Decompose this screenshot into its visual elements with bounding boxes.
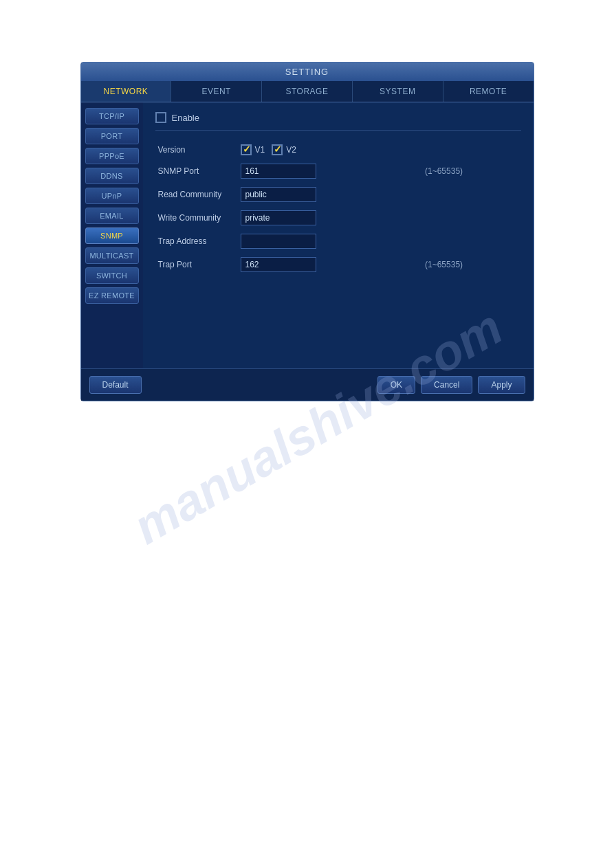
trap-port-hint: (1~65535) bbox=[422, 253, 520, 276]
v1-checkbox-wrapper: V1 bbox=[241, 144, 265, 155]
trap-port-input[interactable] bbox=[241, 257, 316, 272]
default-button[interactable]: Default bbox=[89, 376, 142, 394]
ok-button[interactable]: OK bbox=[377, 376, 415, 394]
write-community-label: Write Community bbox=[155, 206, 238, 230]
trap-port-row: Trap Port (1~65535) bbox=[155, 253, 521, 276]
v1-checkbox[interactable] bbox=[241, 144, 252, 155]
setting-panel: SETTING NETWORK EVENT STORAGE SYSTEM REM… bbox=[80, 62, 534, 401]
sidebar: TCP/IP PORT PPPoE DDNS UPnP EMAIL SNMP M… bbox=[81, 102, 143, 368]
apply-button[interactable]: Apply bbox=[478, 376, 525, 394]
tab-remote[interactable]: REMOTE bbox=[443, 81, 534, 102]
read-community-row: Read Community bbox=[155, 183, 521, 206]
snmp-port-input[interactable] bbox=[241, 164, 316, 179]
write-community-row: Write Community bbox=[155, 206, 521, 230]
setting-title: SETTING bbox=[81, 63, 534, 81]
trap-address-row: Trap Address bbox=[155, 230, 521, 253]
enable-label: Enable bbox=[172, 113, 199, 123]
tabs-row: NETWORK EVENT STORAGE SYSTEM REMOTE bbox=[81, 81, 534, 102]
content-area: Enable Version V1 bbox=[143, 102, 534, 368]
sidebar-item-pppoe[interactable]: PPPoE bbox=[85, 148, 139, 164]
trap-port-label: Trap Port bbox=[155, 253, 238, 276]
snmp-port-hint: (1~65535) bbox=[422, 159, 520, 183]
v2-checkbox[interactable] bbox=[272, 144, 283, 155]
footer-right: OK Cancel Apply bbox=[377, 376, 525, 394]
sidebar-item-multicast[interactable]: MULTICAST bbox=[85, 247, 139, 264]
sidebar-item-port[interactable]: PORT bbox=[85, 128, 139, 144]
footer-bar: Default OK Cancel Apply bbox=[81, 368, 534, 401]
version-label: Version bbox=[155, 140, 238, 159]
main-content: TCP/IP PORT PPPoE DDNS UPnP EMAIL SNMP M… bbox=[81, 102, 534, 368]
sidebar-item-switch[interactable]: SWITCH bbox=[85, 267, 139, 284]
read-community-label: Read Community bbox=[155, 183, 238, 206]
v1-label: V1 bbox=[255, 145, 265, 155]
v2-label: V2 bbox=[286, 145, 296, 155]
sidebar-item-tcpip[interactable]: TCP/IP bbox=[85, 108, 139, 124]
snmp-form: Version V1 V2 bbox=[155, 140, 521, 276]
enable-checkbox[interactable] bbox=[155, 112, 166, 123]
write-community-input[interactable] bbox=[241, 210, 316, 225]
read-community-input[interactable] bbox=[241, 187, 316, 202]
trap-address-label: Trap Address bbox=[155, 230, 238, 253]
snmp-port-label: SNMP Port bbox=[155, 159, 238, 183]
snmp-port-row: SNMP Port (1~65535) bbox=[155, 159, 521, 183]
trap-address-input[interactable] bbox=[241, 234, 316, 249]
tab-event[interactable]: EVENT bbox=[171, 81, 262, 102]
sidebar-item-ezremote[interactable]: EZ REMOTE bbox=[85, 287, 139, 304]
tab-storage[interactable]: STORAGE bbox=[262, 81, 353, 102]
enable-row: Enable bbox=[155, 112, 521, 131]
sidebar-item-email[interactable]: EMAIL bbox=[85, 208, 139, 224]
tab-network[interactable]: NETWORK bbox=[81, 81, 172, 102]
sidebar-item-upnp[interactable]: UPnP bbox=[85, 188, 139, 204]
cancel-button[interactable]: Cancel bbox=[421, 376, 472, 394]
tab-system[interactable]: SYSTEM bbox=[353, 81, 443, 102]
sidebar-item-snmp[interactable]: SNMP bbox=[85, 227, 139, 244]
version-row: Version V1 V2 bbox=[155, 140, 521, 159]
sidebar-item-ddns[interactable]: DDNS bbox=[85, 168, 139, 184]
v2-checkbox-wrapper: V2 bbox=[272, 144, 296, 155]
